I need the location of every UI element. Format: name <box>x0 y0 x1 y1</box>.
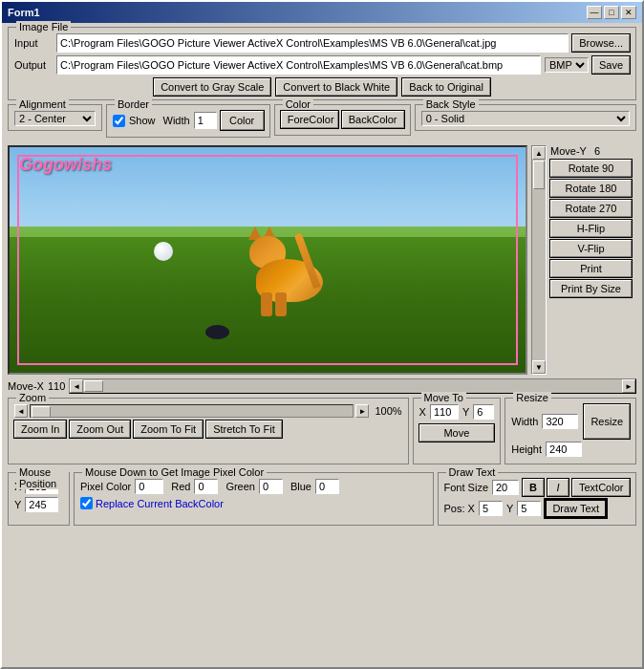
convert-black-button[interactable]: Convert to Black White <box>276 78 397 96</box>
draw-text-pos-row: Pos: X Y Draw Text <box>444 499 630 518</box>
resize-height-field[interactable] <box>546 442 582 457</box>
move-x-label: X <box>419 406 426 418</box>
maximize-button[interactable]: □ <box>604 6 619 19</box>
output-label: Output <box>14 59 53 71</box>
bottom-row: Mouse Position X Y Mouse Down to Get Ima… <box>8 472 636 529</box>
mouse-y-label: Y <box>14 499 21 510</box>
pixel-color-label: Mouse Down to Get Image Pixel Color <box>82 466 267 478</box>
mouse-y-field[interactable] <box>25 497 58 512</box>
zoom-buttons-row: Zoom In Zoom Out Zoom To Fit Stretch To … <box>14 421 402 438</box>
red-field[interactable] <box>194 479 218 494</box>
backstyle-select[interactable]: 0 - Solid 1 - Transparent <box>421 111 630 126</box>
border-width-field[interactable] <box>194 112 217 129</box>
color-controls-row: ForeColor BackColor <box>281 111 404 128</box>
scroll-down-arrow[interactable]: ▼ <box>532 360 546 374</box>
border-color-button[interactable]: Color <box>221 111 264 130</box>
rotate180-button[interactable]: Rotate 180 <box>550 180 632 197</box>
mouse-position-label: Mouse Position <box>16 466 69 489</box>
zoom-in-button[interactable]: Zoom In <box>14 421 66 438</box>
zoom-fit-button[interactable]: Zoom To Fit <box>134 421 203 438</box>
action-buttons-row: Convert to Gray Scale Convert to Black W… <box>14 78 630 96</box>
text-color-button[interactable]: TextColor <box>572 479 630 496</box>
font-size-label: Font Size <box>444 482 488 493</box>
rotate90-button[interactable]: Rotate 90 <box>550 160 632 177</box>
pixel-value-field[interactable] <box>135 479 163 494</box>
zoom-out-button[interactable]: Zoom Out <box>70 421 130 438</box>
content-area: Image File Input Browse... Output BMP Sa… <box>2 23 642 533</box>
rotate270-button[interactable]: Rotate 270 <box>550 200 632 217</box>
fore-color-button[interactable]: ForeColor <box>281 111 338 128</box>
h-scroll-thumb[interactable] <box>84 380 103 392</box>
move-to-y-field[interactable] <box>473 404 494 420</box>
save-button[interactable]: Save <box>592 56 630 74</box>
pos-x-field[interactable] <box>479 501 503 516</box>
hflip-button[interactable]: H-Flip <box>550 220 632 237</box>
move-y-label: Move-Y <box>550 145 587 157</box>
font-size-field[interactable] <box>492 480 519 495</box>
scroll-right-arrow[interactable]: ► <box>622 379 635 393</box>
scroll-left-arrow[interactable]: ◄ <box>70 379 83 393</box>
zoom-track <box>30 404 354 418</box>
vflip-button[interactable]: V-Flip <box>550 240 632 257</box>
zoom-label: Zoom <box>16 392 49 403</box>
color-label: Color <box>283 98 313 110</box>
mouse-position-group: Mouse Position X Y <box>8 472 70 526</box>
vertical-scrollbar[interactable]: ▲ ▼ <box>531 145 547 375</box>
format-select[interactable]: BMP <box>545 57 589 73</box>
pos-y-field[interactable] <box>517 501 541 516</box>
minimize-button[interactable]: — <box>587 6 602 19</box>
pixel-color-row: Pixel Color Red Green Blue <box>80 479 427 494</box>
resize-height-row: Height <box>511 442 630 457</box>
move-to-x-field[interactable] <box>430 404 459 420</box>
replace-backcolor-label: Replace Current BackColor <box>96 498 224 509</box>
move-to-xy-row: X Y <box>419 404 495 420</box>
border-group: Border Show Width Color <box>106 104 270 138</box>
pixel-color-group: Mouse Down to Get Image Pixel Color Pixe… <box>74 472 434 526</box>
alignment-select[interactable]: 2 - Center 0 - Left 1 - Right <box>14 111 96 126</box>
draw-text-button[interactable]: Draw Text <box>545 499 607 518</box>
pixel-label: Pixel Color <box>80 481 131 492</box>
resize-group: Resize Width Resize Height <box>504 398 636 464</box>
input-row: Input Browse... <box>14 33 630 53</box>
italic-button[interactable]: I <box>547 479 569 496</box>
properties-row: Alignment 2 - Center 0 - Left 1 - Right … <box>8 104 636 141</box>
output-path-field[interactable] <box>56 55 541 75</box>
browse-button[interactable]: Browse... <box>572 34 630 52</box>
print-button[interactable]: Print <box>550 260 632 277</box>
h-scroll-track <box>83 379 622 393</box>
close-button[interactable]: ✕ <box>621 6 636 19</box>
back-color-button[interactable]: BackColor <box>342 111 404 128</box>
horizontal-scrollbar[interactable]: ◄ ► <box>69 378 636 394</box>
back-original-button[interactable]: Back to Original <box>402 78 490 96</box>
scroll-thumb[interactable] <box>533 161 545 189</box>
resize-width-field[interactable] <box>542 414 578 429</box>
scroll-up-arrow[interactable]: ▲ <box>532 146 546 160</box>
zoom-left-arrow[interactable]: ◄ <box>14 404 28 418</box>
image-file-label: Image File <box>16 21 71 32</box>
print-size-button[interactable]: Print By Size <box>550 280 632 297</box>
zoom-thumb[interactable] <box>32 406 51 418</box>
resize-height-label: Height <box>511 443 542 455</box>
backstyle-label: Back Style <box>423 98 479 110</box>
output-row: Output BMP Save <box>14 55 630 75</box>
window-controls: — □ ✕ <box>587 6 636 19</box>
move-button[interactable]: Move <box>419 424 495 442</box>
cat-leg-2 <box>275 292 287 316</box>
replace-backcolor-checkbox[interactable] <box>80 497 93 509</box>
blue-field[interactable] <box>315 479 339 494</box>
red-label: Red <box>171 481 190 492</box>
movex-value: 110 <box>48 380 65 392</box>
bold-button[interactable]: B <box>523 479 544 496</box>
green-field[interactable] <box>259 479 283 494</box>
input-path-field[interactable] <box>56 33 569 53</box>
image-area: Gogowishs <box>8 145 636 375</box>
convert-gray-button[interactable]: Convert to Gray Scale <box>154 78 270 96</box>
green-label: Green <box>225 481 255 492</box>
pos-y-label: Y <box>506 503 513 514</box>
zoom-right-arrow[interactable]: ► <box>355 404 369 418</box>
resize-button[interactable]: Resize <box>584 404 630 439</box>
stretch-fit-button[interactable]: Stretch To Fit <box>206 421 282 438</box>
main-window: Form1 — □ ✕ Image File Input Browse... O… <box>0 0 644 669</box>
bug-element <box>205 325 229 339</box>
border-show-checkbox[interactable] <box>113 115 125 127</box>
